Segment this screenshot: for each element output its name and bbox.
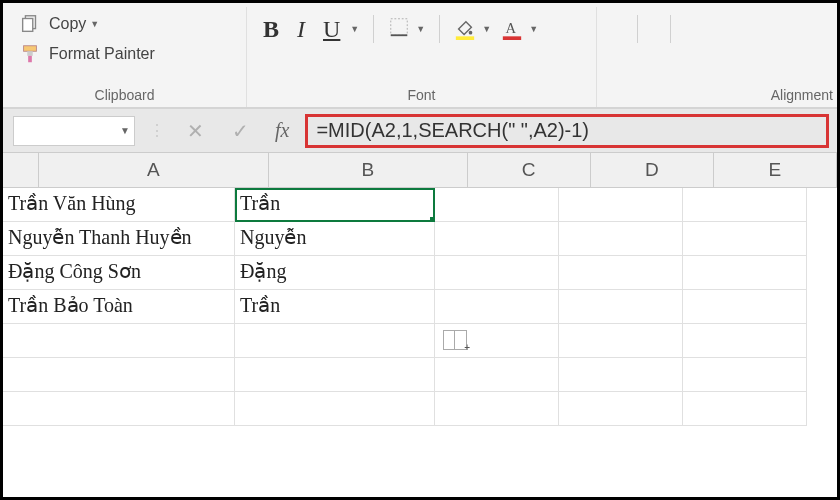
cell[interactable] bbox=[683, 358, 807, 392]
formula-input[interactable]: =MID(A2,1,SEARCH(" ",A2)-1) bbox=[305, 114, 829, 148]
autofill-options-button[interactable]: + bbox=[443, 330, 467, 350]
cell[interactable] bbox=[683, 222, 807, 256]
bold-button[interactable]: B bbox=[259, 16, 283, 43]
svg-rect-10 bbox=[503, 36, 521, 40]
select-all-corner[interactable] bbox=[3, 153, 39, 187]
copy-icon bbox=[19, 13, 41, 35]
svg-rect-4 bbox=[28, 56, 32, 62]
copy-button[interactable]: Copy ▼ bbox=[15, 11, 234, 37]
cell[interactable] bbox=[435, 256, 559, 290]
font-color-icon: A bbox=[501, 18, 523, 40]
font-group: B I U ▼ ▼ ▼ A ▼ bbox=[247, 7, 597, 83]
cell[interactable]: Trần Bảo Toàn bbox=[3, 290, 235, 324]
svg-rect-5 bbox=[391, 19, 408, 36]
font-group-label: Font bbox=[247, 83, 597, 107]
cell[interactable] bbox=[683, 188, 807, 222]
cell[interactable] bbox=[235, 324, 435, 358]
cancel-formula-button[interactable]: ✕ bbox=[173, 119, 218, 143]
clipboard-group-label: Clipboard bbox=[3, 83, 247, 107]
spreadsheet-grid: Trần Văn Hùng Trần Nguyễn Thanh Huyền Ng… bbox=[3, 188, 837, 426]
cell[interactable] bbox=[435, 222, 559, 256]
cell[interactable]: Đặng Công Sơn bbox=[3, 256, 235, 290]
svg-rect-8 bbox=[456, 36, 474, 40]
format-painter-icon bbox=[19, 43, 41, 65]
cell[interactable]: Đặng bbox=[235, 256, 435, 290]
formula-text: =MID(A2,1,SEARCH(" ",A2)-1) bbox=[316, 119, 589, 142]
separator bbox=[670, 15, 671, 43]
svg-rect-3 bbox=[27, 51, 33, 56]
column-header-a[interactable]: A bbox=[39, 153, 269, 187]
cell[interactable]: Nguyễn Thanh Huyền bbox=[3, 222, 235, 256]
copy-dropdown-icon[interactable]: ▼ bbox=[90, 19, 99, 29]
cell[interactable] bbox=[683, 324, 807, 358]
cell[interactable] bbox=[559, 324, 683, 358]
cell[interactable] bbox=[683, 256, 807, 290]
cell[interactable] bbox=[235, 358, 435, 392]
cell[interactable]: Nguyễn bbox=[235, 222, 435, 256]
cell[interactable] bbox=[235, 392, 435, 426]
cell[interactable] bbox=[435, 188, 559, 222]
formula-bar: ▼ ⋮ ✕ ✓ fx =MID(A2,1,SEARCH(" ",A2)-1) bbox=[3, 109, 837, 153]
border-dropdown-icon[interactable]: ▼ bbox=[416, 24, 425, 34]
italic-button[interactable]: I bbox=[293, 16, 309, 43]
cell[interactable] bbox=[3, 392, 235, 426]
cell[interactable] bbox=[3, 324, 235, 358]
column-header-e[interactable]: E bbox=[714, 153, 837, 187]
alignment-group-label: Alignment bbox=[597, 83, 837, 107]
column-header-c[interactable]: C bbox=[468, 153, 591, 187]
cell[interactable] bbox=[559, 392, 683, 426]
clipboard-group: Copy ▼ Format Painter bbox=[3, 7, 247, 83]
separator bbox=[439, 15, 440, 43]
border-button[interactable] bbox=[388, 16, 410, 42]
svg-text:A: A bbox=[506, 20, 517, 36]
plus-icon: + bbox=[464, 342, 470, 353]
enter-formula-button[interactable]: ✓ bbox=[218, 119, 263, 143]
ribbon: Copy ▼ Format Painter B I U ▼ ▼ bbox=[3, 3, 837, 109]
cell[interactable] bbox=[559, 222, 683, 256]
border-icon bbox=[388, 16, 410, 38]
separator: ⋮ bbox=[149, 121, 165, 140]
fill-dropdown-icon[interactable]: ▼ bbox=[482, 24, 491, 34]
fill-color-button[interactable] bbox=[454, 18, 476, 40]
name-box-dropdown-icon[interactable]: ▼ bbox=[120, 125, 130, 136]
cell[interactable] bbox=[559, 188, 683, 222]
name-box[interactable]: ▼ bbox=[13, 116, 135, 146]
alignment-group bbox=[597, 7, 837, 83]
underline-button[interactable]: U bbox=[319, 16, 344, 43]
fill-color-icon bbox=[454, 18, 476, 40]
column-header-d[interactable]: D bbox=[591, 153, 714, 187]
font-color-dropdown-icon[interactable]: ▼ bbox=[529, 24, 538, 34]
cell[interactable] bbox=[559, 290, 683, 324]
separator bbox=[373, 15, 374, 43]
cell[interactable] bbox=[559, 256, 683, 290]
cell[interactable]: Trần Văn Hùng bbox=[3, 188, 235, 222]
cell[interactable] bbox=[3, 358, 235, 392]
underline-dropdown-icon[interactable]: ▼ bbox=[350, 24, 359, 34]
format-painter-button[interactable]: Format Painter bbox=[15, 41, 234, 67]
column-headers: A B C D E bbox=[3, 153, 837, 188]
cell-selected[interactable]: Trần bbox=[235, 188, 435, 222]
cell[interactable]: Trần bbox=[235, 290, 435, 324]
separator bbox=[637, 15, 638, 43]
cell[interactable] bbox=[435, 290, 559, 324]
format-painter-label: Format Painter bbox=[49, 45, 155, 63]
column-header-b[interactable]: B bbox=[269, 153, 468, 187]
copy-label: Copy bbox=[49, 15, 86, 33]
cell[interactable] bbox=[435, 358, 559, 392]
cell[interactable] bbox=[683, 392, 807, 426]
cell[interactable] bbox=[435, 392, 559, 426]
cell[interactable] bbox=[683, 290, 807, 324]
svg-rect-2 bbox=[24, 46, 37, 52]
font-color-button[interactable]: A bbox=[501, 18, 523, 40]
svg-rect-1 bbox=[23, 19, 33, 32]
svg-point-7 bbox=[469, 31, 473, 35]
insert-function-button[interactable]: fx bbox=[263, 119, 301, 142]
cell[interactable] bbox=[559, 358, 683, 392]
